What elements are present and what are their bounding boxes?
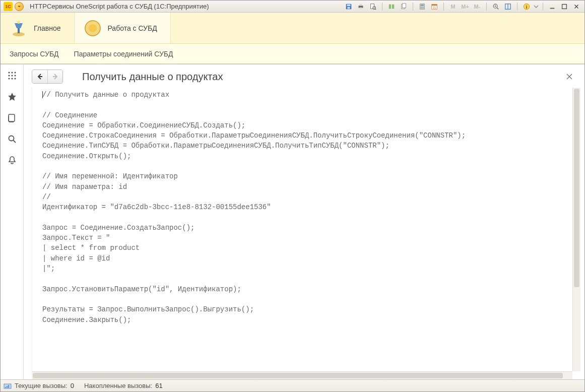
history-icon[interactable]	[6, 112, 18, 124]
svg-point-46	[14, 75, 16, 76]
zoom-icon[interactable]	[491, 2, 501, 12]
svg-point-45	[11, 75, 13, 76]
svg-rect-59	[8, 385, 9, 388]
section-tab-label: Работа с СУБД	[108, 24, 157, 32]
save-icon[interactable]	[344, 2, 354, 12]
svg-rect-37	[18, 28, 20, 33]
svg-point-48	[11, 78, 13, 79]
svg-rect-12	[402, 3, 406, 8]
window-title: HTTPСервисы OneScript работа с СУБД (1С:…	[30, 3, 209, 10]
copy-icon[interactable]	[399, 2, 409, 12]
status-current-value: 0	[71, 382, 74, 389]
svg-rect-57	[5, 387, 6, 388]
svg-point-43	[14, 72, 16, 73]
svg-point-44	[8, 75, 10, 76]
svg-rect-1	[347, 4, 351, 6]
memory-mminus-icon[interactable]: M-	[472, 2, 482, 12]
status-accum-label: Накопленные вызовы:	[84, 382, 152, 389]
status-accum-value: 61	[155, 382, 162, 389]
compare-icon[interactable]	[386, 2, 397, 12]
svg-point-42	[11, 72, 13, 73]
info-icon[interactable]: i	[522, 2, 532, 12]
panels-icon[interactable]	[503, 2, 513, 12]
close-tab-icon[interactable]	[563, 71, 575, 83]
svg-point-19	[422, 8, 422, 8]
svg-rect-4	[359, 4, 362, 6]
svg-rect-33	[562, 4, 567, 9]
notifications-icon[interactable]	[6, 154, 18, 166]
lamp-icon	[10, 19, 28, 37]
svg-point-16	[422, 7, 422, 7]
svg-rect-2	[347, 7, 350, 9]
main-menu-dropdown[interactable]	[15, 2, 24, 11]
svg-point-41	[8, 72, 10, 73]
section-tab-dbms[interactable]: Работа с СУБД	[75, 13, 171, 43]
svg-point-49	[14, 78, 16, 79]
memory-m-icon[interactable]: M	[448, 2, 458, 12]
svg-line-51	[13, 141, 16, 143]
info-dropdown-icon[interactable]	[534, 2, 539, 12]
svg-rect-10	[392, 4, 394, 9]
search-icon[interactable]	[6, 133, 18, 145]
svg-rect-9	[389, 4, 391, 9]
section-tab-main[interactable]: Главное	[1, 13, 75, 43]
section-tab-label: Главное	[34, 24, 61, 32]
print-icon[interactable]	[356, 2, 366, 12]
svg-text:31: 31	[433, 5, 436, 9]
calendar-icon[interactable]: 31	[429, 2, 439, 12]
code-viewport[interactable]: // Получить данные о продуктах // Соедин…	[32, 88, 572, 371]
nav-back-button[interactable]	[32, 70, 47, 83]
app-icon: 1C	[4, 2, 13, 11]
svg-point-17	[423, 7, 423, 7]
svg-line-8	[375, 9, 376, 10]
svg-point-47	[8, 78, 10, 79]
nav-forward-button[interactable]	[47, 70, 62, 83]
svg-point-18	[421, 8, 421, 8]
svg-rect-5	[359, 7, 362, 9]
preview-icon[interactable]	[368, 2, 378, 12]
submenu-item-conn-params[interactable]: Параметры соединений СУБД	[74, 50, 173, 58]
minimize-icon[interactable]	[547, 2, 557, 12]
svg-rect-58	[7, 386, 8, 388]
svg-point-20	[423, 8, 423, 8]
svg-point-40	[89, 24, 97, 32]
functions-menu-icon[interactable]	[6, 70, 18, 82]
horizontal-scrollbar[interactable]	[32, 371, 572, 379]
calculator-icon[interactable]	[417, 2, 427, 12]
memory-mplus-icon[interactable]: M+	[460, 2, 470, 12]
maximize-icon[interactable]	[559, 2, 569, 12]
svg-point-38	[17, 21, 20, 24]
svg-point-15	[421, 7, 421, 7]
svg-rect-14	[421, 5, 424, 6]
favorites-icon[interactable]	[6, 91, 18, 103]
close-window-icon[interactable]	[571, 2, 581, 12]
page-title: Получить данные о продуктах	[82, 71, 223, 83]
svg-point-50	[9, 136, 14, 141]
svg-text:i: i	[526, 4, 527, 9]
vertical-scrollbar[interactable]	[572, 88, 580, 371]
status-current-label: Текущие вызовы:	[15, 382, 68, 389]
status-performance-icon[interactable]	[4, 382, 12, 390]
svg-line-25	[497, 8, 498, 9]
submenu-item-queries[interactable]: Запросы СУБД	[10, 50, 59, 58]
gold-circle-icon	[84, 19, 102, 37]
